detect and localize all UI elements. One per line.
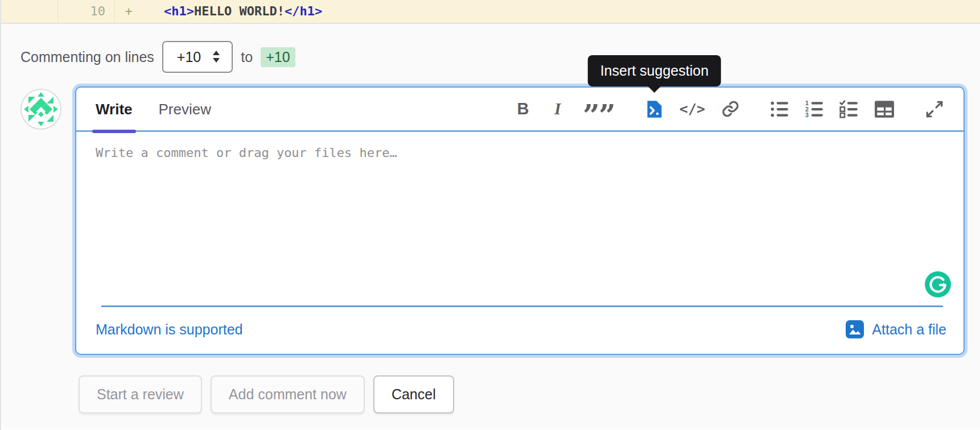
- quote-icon: ””: [583, 110, 615, 121]
- task-list-button[interactable]: [839, 98, 859, 121]
- action-buttons-row: Start a review Add comment now Cancel: [79, 375, 980, 414]
- bold-icon: B: [517, 100, 529, 118]
- to-label: to: [241, 49, 253, 65]
- start-line-value: +10: [177, 49, 201, 65]
- fullscreen-icon: [925, 100, 944, 119]
- insert-suggestion-icon: [645, 100, 664, 119]
- attach-image-icon: [845, 320, 864, 339]
- italic-button[interactable]: I: [548, 98, 567, 121]
- comment-section: Commenting on lines +10 to +10: [1, 23, 980, 429]
- svg-text:3: 3: [805, 111, 809, 118]
- editor-header: Write Preview B I ””: [76, 88, 963, 132]
- attach-file-link[interactable]: Attach a file: [845, 320, 946, 339]
- new-line-number: 10: [58, 0, 115, 23]
- cancel-button[interactable]: Cancel: [373, 375, 454, 414]
- added-line-sign: +: [115, 0, 142, 23]
- comment-textarea[interactable]: [96, 146, 944, 293]
- fullscreen-button[interactable]: [925, 98, 944, 121]
- code-button[interactable]: </>: [680, 98, 705, 121]
- inline-comment-form: 10 + <h1>HELLO WORLD!</h1> Commenting on…: [0, 0, 980, 430]
- table-button[interactable]: [874, 98, 895, 121]
- insert-suggestion-tooltip: Insert suggestion: [588, 55, 721, 86]
- code-open-tag: <h1>: [164, 4, 194, 18]
- add-comment-now-button[interactable]: Add comment now: [211, 375, 365, 414]
- editor-footer: Markdown is supported Attach a file: [76, 307, 963, 354]
- tab-preview[interactable]: Preview: [159, 87, 211, 131]
- commenting-on-lines-row: Commenting on lines +10 to +10: [1, 24, 980, 73]
- numbered-list-button[interactable]: 1 2 3: [805, 98, 824, 121]
- link-icon: [721, 100, 740, 118]
- editor-body: [76, 132, 963, 305]
- italic-icon: I: [554, 100, 561, 118]
- task-list-icon: [839, 100, 859, 118]
- bullet-list-icon: [770, 100, 789, 118]
- diff-line-row: 10 + <h1>HELLO WORLD!</h1>: [1, 0, 980, 23]
- quote-button[interactable]: ””: [583, 98, 615, 121]
- code-close-tag: </h1>: [285, 4, 322, 18]
- table-icon: [874, 100, 895, 118]
- select-caret-icon: [210, 49, 223, 64]
- attach-file-label: Attach a file: [872, 321, 946, 338]
- user-avatar: [20, 89, 61, 130]
- tab-write[interactable]: Write: [96, 87, 133, 131]
- commenting-label: Commenting on lines: [20, 49, 154, 65]
- bold-button[interactable]: B: [513, 98, 533, 121]
- bullet-list-button[interactable]: [770, 98, 789, 121]
- editor-tabs: Write Preview: [96, 87, 211, 131]
- start-review-button[interactable]: Start a review: [79, 375, 202, 414]
- markdown-supported-link[interactable]: Markdown is supported: [96, 321, 242, 338]
- formatting-toolbar: B I ”” Insert suggestion: [513, 98, 944, 121]
- numbered-list-icon: 1 2 3: [805, 100, 824, 118]
- insert-suggestion-button[interactable]: Insert suggestion: [645, 98, 664, 121]
- code-icon: </>: [680, 101, 705, 117]
- start-line-select[interactable]: +10: [162, 41, 233, 73]
- link-button[interactable]: [720, 98, 740, 121]
- code-text: HELLO WORLD!: [194, 4, 285, 18]
- old-line-gutter: [1, 0, 58, 23]
- comment-editor: Write Preview B I ””: [75, 86, 965, 355]
- comment-form-row: Write Preview B I ””: [1, 86, 980, 355]
- code-content: <h1>HELLO WORLD!</h1>: [142, 0, 980, 23]
- grammarly-icon[interactable]: [925, 271, 951, 297]
- end-line-badge: +10: [261, 47, 295, 67]
